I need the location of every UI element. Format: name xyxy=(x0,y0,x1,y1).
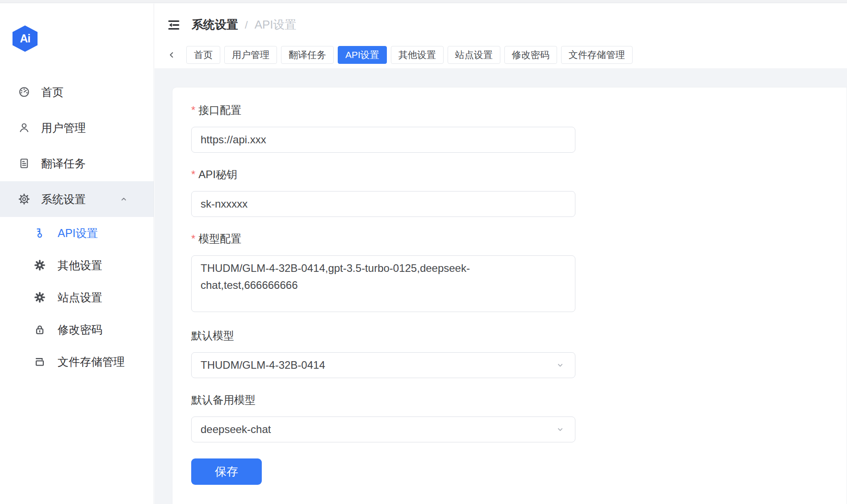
sidebar: Ai 首页用户管理翻译任务系统设置API设置其他设置站点设置修改密码文件存储管理 xyxy=(0,4,154,504)
sidebar-item-system-settings[interactable]: 系统设置 xyxy=(0,181,154,217)
sidebar-subitem-other-settings[interactable]: 其他设置 xyxy=(0,249,154,281)
storage-icon xyxy=(34,355,46,368)
sidebar-subitem-change-password[interactable]: 修改密码 xyxy=(0,313,154,346)
field-label-api-secret: *API秘钥 xyxy=(191,169,575,180)
user-icon xyxy=(18,121,30,134)
api-settings-form: *接口配置*API秘钥*模型配置THUDM/GLM-4-32B-0414,gpt… xyxy=(191,104,575,485)
tab-bar: 首页用户管理翻译任务API设置其他设置站点设置修改密码文件存储管理 xyxy=(155,46,847,68)
field-label-fallback-model: 默认备用模型 xyxy=(191,394,575,406)
field-label-text: 接口配置 xyxy=(198,104,241,116)
save-button[interactable]: 保存 xyxy=(191,458,262,485)
tab-translation-tasks[interactable]: 翻译任务 xyxy=(281,46,334,64)
sidebar-item-label: 系统设置 xyxy=(41,192,86,207)
sidebar-subitem-api-settings[interactable]: API设置 xyxy=(0,217,154,249)
form-item-model-config: *模型配置THUDM/GLM-4-32B-0414,gpt-3.5-turbo-… xyxy=(191,233,575,314)
window-top-strip xyxy=(0,0,847,3)
api-secret-input[interactable] xyxy=(191,191,575,217)
required-asterisk: * xyxy=(191,104,195,116)
key-icon xyxy=(34,227,46,239)
tab-file-storage[interactable]: 文件存储管理 xyxy=(561,46,633,64)
sidebar-item-label: 翻译任务 xyxy=(41,156,86,171)
gear-filled-icon xyxy=(34,291,46,304)
settings-card: *接口配置*API秘钥*模型配置THUDM/GLM-4-32B-0414,gpt… xyxy=(172,87,847,504)
form-item-api-endpoint: *接口配置 xyxy=(191,104,575,153)
chevron-down-icon xyxy=(555,425,565,434)
header: 系统设置 / API设置 首页用户管理翻译任务API设置其他设置站点设置修改密码… xyxy=(155,4,847,68)
tab-site-settings[interactable]: 站点设置 xyxy=(448,46,500,64)
breadcrumb-current: API设置 xyxy=(255,17,297,33)
tab-home[interactable]: 首页 xyxy=(186,46,220,64)
sidebar-subitem-label: API设置 xyxy=(58,226,98,241)
required-asterisk: * xyxy=(191,233,195,245)
default-model-select[interactable]: THUDM/GLM-4-32B-0414 xyxy=(191,352,575,378)
chevron-up-icon xyxy=(119,194,129,204)
tab-api-settings[interactable]: API设置 xyxy=(338,46,387,64)
field-label-default-model: 默认模型 xyxy=(191,330,575,342)
breadcrumb-separator: / xyxy=(245,19,248,31)
model-config-textarea[interactable]: THUDM/GLM-4-32B-0414,gpt-3.5-turbo-0125,… xyxy=(191,255,575,312)
api-endpoint-input[interactable] xyxy=(191,127,575,153)
sidebar-item-label: 首页 xyxy=(41,85,63,100)
form-item-api-secret: *API秘钥 xyxy=(191,169,575,217)
tab-change-password[interactable]: 修改密码 xyxy=(504,46,557,64)
breadcrumb-parent[interactable]: 系统设置 xyxy=(192,17,238,33)
sidebar-subitem-label: 文件存储管理 xyxy=(58,354,125,369)
tabs: 首页用户管理翻译任务API设置其他设置站点设置修改密码文件存储管理 xyxy=(186,46,633,64)
field-label-text: 默认备用模型 xyxy=(191,394,256,406)
app-logo: Ai xyxy=(13,25,38,52)
form-item-fallback-model: 默认备用模型deepseek-chat xyxy=(191,394,575,442)
sidebar-item-label: 用户管理 xyxy=(41,121,86,135)
fallback-model-selected-value: deepseek-chat xyxy=(201,423,271,436)
dashboard-icon xyxy=(18,86,30,98)
lock-icon xyxy=(34,323,46,336)
sidebar-subitem-site-settings[interactable]: 站点设置 xyxy=(0,281,154,313)
sidebar-subitem-label: 站点设置 xyxy=(58,290,102,305)
gear-filled-icon xyxy=(34,259,46,271)
tab-user-management[interactable]: 用户管理 xyxy=(224,46,277,64)
gear-outline-icon xyxy=(18,193,30,205)
content-area: *接口配置*API秘钥*模型配置THUDM/GLM-4-32B-0414,gpt… xyxy=(155,68,847,504)
main-area: 系统设置 / API设置 首页用户管理翻译任务API设置其他设置站点设置修改密码… xyxy=(155,4,847,504)
sidebar-subitem-label: 修改密码 xyxy=(58,322,102,337)
sidebar-menu: 首页用户管理翻译任务系统设置API设置其他设置站点设置修改密码文件存储管理 xyxy=(0,74,154,378)
tab-other-settings[interactable]: 其他设置 xyxy=(391,46,444,64)
chevron-left-icon xyxy=(167,50,176,60)
form-item-default-model: 默认模型THUDM/GLM-4-32B-0414 xyxy=(191,330,575,378)
sidebar-item-translation-tasks[interactable]: 翻译任务 xyxy=(0,146,154,181)
field-label-text: API秘钥 xyxy=(198,169,237,180)
required-asterisk: * xyxy=(191,169,195,180)
field-label-text: 模型配置 xyxy=(198,233,241,245)
field-label-api-endpoint: *接口配置 xyxy=(191,104,575,116)
menu-fold-icon[interactable] xyxy=(167,18,181,32)
tabs-scroll-left-icon[interactable] xyxy=(167,46,177,64)
field-label-text: 默认模型 xyxy=(191,330,234,342)
sidebar-subitem-label: 其他设置 xyxy=(58,258,102,273)
field-label-model-config: *模型配置 xyxy=(191,233,575,245)
chevron-down-icon xyxy=(555,360,565,370)
breadcrumb: 系统设置 / API设置 xyxy=(155,4,847,46)
app-logo-text: Ai xyxy=(20,32,30,45)
default-model-selected-value: THUDM/GLM-4-32B-0414 xyxy=(201,359,325,371)
fallback-model-select[interactable]: deepseek-chat xyxy=(191,417,575,442)
sidebar-item-home[interactable]: 首页 xyxy=(0,74,154,110)
document-icon xyxy=(18,157,30,170)
sidebar-item-user-management[interactable]: 用户管理 xyxy=(0,110,154,146)
sidebar-subitem-file-storage[interactable]: 文件存储管理 xyxy=(0,346,154,378)
